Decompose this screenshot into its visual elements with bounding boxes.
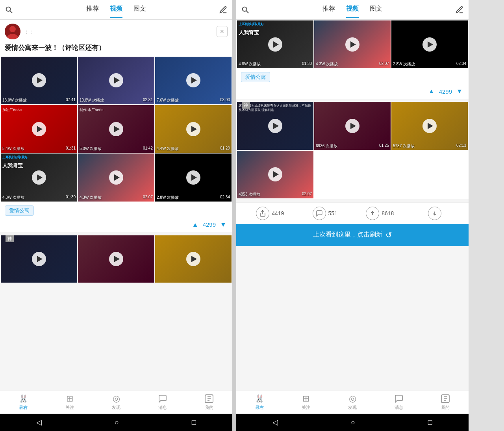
right-back-btn[interactable]: ◁	[265, 415, 286, 430]
right-nav-item-discover[interactable]: ◎ 发现	[329, 390, 376, 414]
right-share-action[interactable]: 4419	[243, 207, 298, 220]
left-search-icon[interactable]	[5, 6, 13, 14]
right-comment-icon	[313, 207, 326, 220]
left-tag-row: 爱情公寓	[0, 202, 232, 219]
svg-point-9	[243, 7, 247, 11]
left-video-6[interactable]: 4.4W 次播放 01:29	[155, 105, 232, 153]
left-nav-follow-icon: ⊞	[65, 394, 75, 404]
right-nav-discover-icon: ◎	[347, 394, 358, 404]
left-video-5[interactable]: 制作:水厂BeSo 5.0W 次播放 01:42	[78, 105, 154, 153]
left-nav-item-follow[interactable]: ⊞ 关注	[46, 390, 93, 414]
left-video-2[interactable]: 10.8W 次播放 02:31	[78, 57, 154, 104]
left-sub-video-3[interactable]	[155, 235, 232, 283]
right-refresh-text: 上次看到这里，点击刷新	[313, 231, 382, 239]
right-bottom-nav: 🐰 最右 ⊞ 关注 ◎ 发现 消息	[236, 390, 469, 414]
right-nav-item-mine[interactable]: 我的	[422, 390, 469, 414]
right-search-icon[interactable]	[241, 6, 250, 14]
left-post-card: ：； ✕ 爱情公寓来一波！（评论区还有） 18.0W 次播放 07:41	[0, 20, 232, 232]
left-sub-video-1[interactable]	[1, 235, 77, 283]
left-video-3[interactable]: 7.6W 次播放 03:00	[155, 57, 232, 104]
right-action-bar: 4419 551 8618	[236, 202, 469, 224]
left-video-4[interactable]: 加油厂BeSo 5.4W 次播放 01:31	[1, 105, 77, 153]
right-tab-article[interactable]: 图文	[370, 5, 382, 15]
left-vote-up[interactable]: ▲	[191, 220, 200, 229]
svg-point-3	[9, 26, 16, 32]
right-nav-item-follow[interactable]: ⊞ 关注	[283, 390, 329, 414]
left-video-7[interactable]: 上耳机以获取最好 人我肾宝 4.8W 次播放 01:30	[1, 154, 77, 201]
right-nav-mine-icon	[440, 394, 450, 404]
left-nav-tabs: 推荐 视频 图文	[13, 5, 219, 15]
right-down-action[interactable]	[408, 207, 463, 220]
right-sub-video-1[interactable]: 坏事是因为成绩从来没有在这方面达到标准，不知道从木材方面获取 理解到这	[237, 102, 313, 150]
left-nav-item-mine[interactable]: 我的	[186, 390, 232, 414]
left-tab-recommend[interactable]: 推荐	[86, 5, 99, 15]
right-home-btn[interactable]: ○	[343, 415, 363, 430]
left-vote-down[interactable]: ▼	[219, 220, 228, 229]
right-phone-panel: 推荐 视频 图文 上耳机以获取最好 人我肾宝 4.8W 次播放 01:30	[236, 0, 469, 431]
left-nav-follow-label: 关注	[65, 405, 74, 411]
right-tab-video[interactable]: 视频	[346, 5, 359, 15]
right-share-count: 4419	[272, 210, 284, 216]
left-shen-badge: 神	[6, 235, 14, 242]
right-up-action[interactable]: 8618	[352, 207, 408, 220]
right-content-area: 上耳机以获取最好 人我肾宝 4.8W 次播放 01:30 4.3W 次播放 02…	[236, 20, 469, 390]
right-share-icon	[256, 207, 269, 220]
left-avatar	[5, 24, 20, 39]
right-refresh-banner[interactable]: 上次看到这里，点击刷新 ↺	[236, 224, 469, 246]
right-top-video-1[interactable]: 上耳机以获取最好 人我肾宝 4.8W 次播放 01:30	[237, 20, 313, 68]
right-sub-video-2[interactable]: 6936 次播放 01:25	[314, 102, 391, 150]
right-second-post: 神 坏事是因为成绩从来没有在这方面达到标准，不知道从木材方面获取 理解到这 69…	[236, 102, 469, 199]
left-tag-aiqinggongyu[interactable]: 爱情公寓	[5, 205, 34, 216]
right-up-icon	[366, 207, 379, 220]
left-nav-item-home[interactable]: 🐰 最右	[0, 390, 46, 414]
right-sub-video-3[interactable]: 5737 次播放 02:13	[391, 102, 468, 150]
left-video-8[interactable]: 4.3W 次播放 02:07	[78, 154, 154, 201]
left-video-grid: 18.0W 次播放 07:41 10.8W 次播放 02:31 7.6W 次播放	[0, 57, 232, 202]
left-nav-item-discover[interactable]: ◎ 发现	[93, 390, 139, 414]
left-post-close[interactable]: ✕	[217, 26, 228, 37]
right-top-video-3[interactable]: 2.8W 次播放 02:34	[391, 20, 468, 68]
left-tab-video[interactable]: 视频	[110, 5, 122, 15]
left-nav-home-icon: 🐰	[18, 394, 28, 404]
right-nav-home-icon: 🐰	[254, 394, 265, 404]
left-nav-item-message[interactable]: 消息	[139, 390, 186, 414]
right-shen-badge: 神	[242, 102, 250, 109]
left-nav-mine-label: 我的	[205, 405, 213, 411]
right-nav-item-message[interactable]: 消息	[376, 390, 422, 414]
left-android-bar: ◁ ○ □	[0, 414, 232, 431]
right-tab-recommend[interactable]: 推荐	[322, 5, 335, 15]
right-nav-follow-icon: ⊞	[301, 394, 311, 404]
right-sub-video-4[interactable]: 4853 次播放 02:07	[237, 151, 313, 198]
right-recent-btn[interactable]: □	[420, 415, 440, 430]
right-vote-down[interactable]: ▼	[455, 87, 464, 96]
left-edit-icon[interactable]	[219, 6, 228, 14]
right-top-video-row: 上耳机以获取最好 人我肾宝 4.8W 次播放 01:30 4.3W 次播放 02…	[236, 20, 469, 69]
left-post-header: ：； ✕	[0, 20, 232, 42]
right-vote-row: ▲ 4299 ▼	[236, 85, 469, 99]
right-comment-action[interactable]: 551	[298, 207, 353, 220]
left-tab-article[interactable]: 图文	[133, 5, 146, 15]
right-vote-up[interactable]: ▲	[427, 87, 436, 96]
left-video-1[interactable]: 18.0W 次播放 07:41	[1, 57, 77, 104]
right-top-video-2[interactable]: 4.3W 次播放 02:07	[314, 20, 391, 68]
left-recent-btn[interactable]: □	[184, 415, 204, 430]
left-video-9[interactable]: 2.8W 次播放 02:34	[155, 154, 232, 201]
left-nav-message-label: 消息	[158, 405, 167, 411]
left-nav-discover-icon: ◎	[111, 394, 121, 404]
left-top-nav: 推荐 视频 图文	[0, 0, 232, 20]
right-nav-item-home[interactable]: 🐰 最右	[236, 390, 283, 414]
left-post-meta: ：；	[24, 28, 217, 35]
right-edit-icon[interactable]	[455, 6, 464, 14]
right-nav-message-icon	[394, 394, 404, 404]
left-sub-video-2[interactable]	[78, 235, 154, 283]
right-tag-aiqinggongyu[interactable]: 爱情公寓	[241, 72, 270, 82]
right-tag-row: 爱情公寓	[236, 69, 469, 85]
right-down-icon	[428, 207, 441, 220]
left-vote-row: ▲ 4299 ▼	[0, 219, 232, 232]
svg-line-10	[246, 11, 249, 13]
left-home-btn[interactable]: ○	[107, 415, 127, 430]
svg-point-0	[6, 7, 11, 11]
left-nav-message-icon	[158, 394, 168, 404]
svg-line-1	[10, 11, 13, 13]
left-back-btn[interactable]: ◁	[28, 415, 50, 430]
